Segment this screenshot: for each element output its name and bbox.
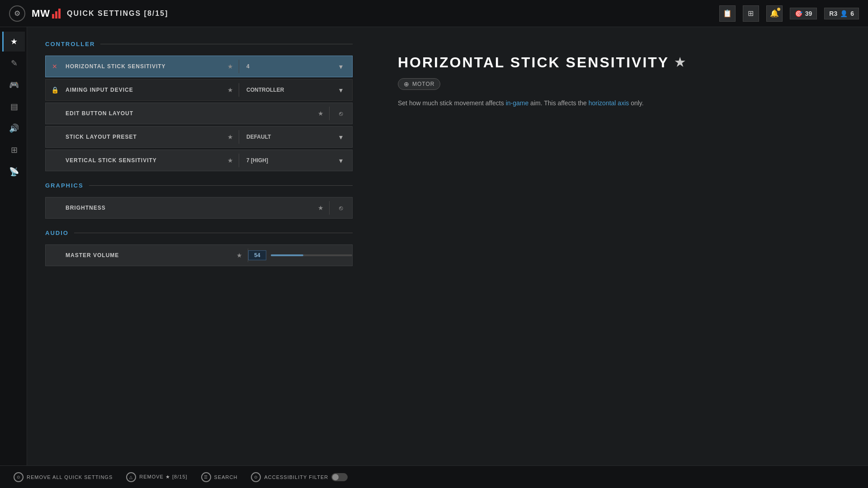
left-panel: CONTROLLER ✕ HORIZONTAL STICK SENSITIVIT…	[27, 27, 371, 465]
search-label: SEARCH	[214, 474, 238, 480]
volume-value: 54	[248, 250, 266, 260]
star-icon-stick-preset[interactable]: ★	[222, 133, 239, 141]
star-icon-brightness[interactable]: ★	[312, 204, 329, 211]
gap-2	[45, 221, 353, 230]
audio-section-header: AUDIO	[45, 230, 353, 239]
sidebar-item-network[interactable]: 📡	[2, 162, 25, 182]
sidebar-item-favorites[interactable]: ★	[2, 32, 25, 52]
external-link-icon-brightness[interactable]: ⎋	[330, 204, 352, 211]
logo-bars	[52, 9, 61, 19]
row-master-volume[interactable]: MASTER VOLUME ★ 54	[45, 244, 353, 266]
external-link-icon[interactable]: ⎋	[330, 110, 352, 117]
sidebar-item-interface[interactable]: ⊞	[2, 140, 25, 160]
topbar-left: ⚙ MW QUICK SETTINGS [8/15]	[9, 5, 168, 22]
accessibility-label: ACCESSIBILITY FILTER	[264, 474, 328, 480]
spacer-icon-3	[46, 150, 64, 171]
lock-icon: 🔒	[46, 79, 64, 101]
chevron-down-icon: ▾	[330, 62, 352, 71]
audio-section-label: AUDIO	[45, 230, 69, 236]
row-label-aiming-input-device: AIMING INPUT DEVICE	[64, 87, 222, 93]
accessibility-toggle[interactable]	[331, 473, 348, 481]
graphics-section-label: GRAPHICS	[45, 182, 84, 189]
row-label-horizontal-stick-sensitivity: HORIZONTAL STICK SENSITIVITY	[64, 63, 222, 70]
clipboard-button[interactable]: 📋	[719, 5, 736, 22]
sidebar-item-audio[interactable]: 🔊	[2, 118, 25, 138]
star-icon-horizontal[interactable]: ★	[222, 63, 239, 70]
desc-highlight-1: in-game	[506, 99, 529, 107]
topbar: ⚙ MW QUICK SETTINGS [8/15] 📋 ⊞ 🔔 🎯 39 R3…	[0, 0, 868, 27]
grid-button[interactable]: ⊞	[743, 5, 759, 22]
row-aiming-input-device[interactable]: 🔒 AIMING INPUT DEVICE ★ CONTROLLER ▾	[45, 79, 353, 101]
graphics-section-header: GRAPHICS	[45, 182, 353, 192]
logo-bar-2	[55, 11, 57, 19]
detail-description: Set how much stick movement affects in-g…	[398, 98, 678, 109]
row-brightness[interactable]: BRIGHTNESS ★ ⎋	[45, 197, 353, 219]
star-icon-master-volume[interactable]: ★	[231, 252, 248, 259]
star-icon-edit-layout[interactable]: ★	[312, 110, 329, 117]
row-value-horizontal-stick-sensitivity: 4	[239, 63, 330, 70]
gap-1	[45, 173, 353, 182]
main-content: CONTROLLER ✕ HORIZONTAL STICK SENSITIVIT…	[27, 27, 868, 465]
remove-star-icon: △	[126, 472, 136, 482]
player-icon: 🎯	[795, 10, 802, 17]
volume-slider-container: 54	[248, 250, 352, 260]
spacer-icon	[46, 103, 64, 124]
gear-icon[interactable]: ⚙	[9, 5, 25, 22]
game-logo: MW	[32, 8, 61, 19]
remove-star-button[interactable]: △ REMOVE ★ [8/15]	[126, 472, 187, 482]
row-edit-button-layout[interactable]: EDIT BUTTON LAYOUT ★ ⎋	[45, 103, 353, 124]
motor-badge-label: MOTOR	[412, 81, 434, 87]
star-icon-vertical[interactable]: ★	[222, 157, 239, 164]
sidebar-item-edit[interactable]: ✎	[2, 53, 25, 73]
chevron-down-icon-stick-preset: ▾	[330, 133, 352, 141]
row-label-edit-button-layout: EDIT BUTTON LAYOUT	[64, 110, 312, 117]
player-level-badge: 🎯 39	[790, 8, 817, 19]
player-level: 39	[805, 10, 812, 17]
page-title: QUICK SETTINGS [8/15]	[67, 9, 168, 18]
row-label-master-volume: MASTER VOLUME	[64, 252, 231, 258]
notification-dot	[777, 8, 780, 11]
spacer-icon-5	[46, 244, 64, 266]
desc-text-3: only.	[629, 99, 643, 107]
detail-title: HORIZONTAL STICK SENSITIVITY ★	[398, 54, 841, 71]
chevron-down-icon-vertical: ▾	[330, 156, 352, 165]
remove-all-button[interactable]: ⊙ REMOVE ALL QUICK SETTINGS	[14, 472, 113, 482]
search-button[interactable]: ☰ SEARCH	[201, 472, 238, 482]
players-online: 6	[850, 10, 854, 17]
r3-label: R3	[829, 10, 837, 17]
detail-star-icon: ★	[675, 56, 686, 70]
sidebar: ★ ✎ 🎮 ▤ 🔊 ⊞ 📡	[0, 27, 27, 465]
row-label-brightness: BRIGHTNESS	[64, 205, 312, 211]
topbar-right: 📋 ⊞ 🔔 🎯 39 R3 👤 6	[719, 5, 859, 22]
volume-slider-track[interactable]	[271, 254, 352, 256]
chevron-down-icon-aiming: ▾	[330, 86, 352, 94]
remove-all-label: REMOVE ALL QUICK SETTINGS	[27, 474, 113, 480]
sidebar-item-controller[interactable]: 🎮	[2, 75, 25, 95]
row-vertical-stick-sensitivity[interactable]: VERTICAL STICK SENSITIVITY ★ 7 [HIGH] ▾	[45, 150, 353, 171]
controller-section-header: CONTROLLER	[45, 41, 353, 50]
row-value-aiming-input-device: CONTROLLER	[239, 87, 330, 93]
players-icon: 👤	[840, 10, 848, 17]
star-icon-aiming[interactable]: ★	[222, 86, 239, 94]
sidebar-item-display[interactable]: ▤	[2, 97, 25, 117]
desc-text-1: Set how much stick movement affects	[398, 99, 506, 107]
volume-slider-fill	[271, 254, 303, 256]
row-label-stick-layout-preset: STICK LAYOUT PRESET	[64, 134, 222, 140]
motor-icon: ⊕	[404, 80, 410, 88]
row-label-vertical-stick-sensitivity: VERTICAL STICK SENSITIVITY	[64, 157, 222, 164]
row-value-stick-layout-preset: DEFAULT	[239, 134, 330, 140]
detail-title-text: HORIZONTAL STICK SENSITIVITY	[398, 54, 669, 71]
right-panel: HORIZONTAL STICK SENSITIVITY ★ ⊕ MOTOR S…	[371, 27, 868, 465]
logo-text: MW	[32, 8, 50, 19]
row-stick-layout-preset[interactable]: STICK LAYOUT PRESET ★ DEFAULT ▾	[45, 126, 353, 148]
row-horizontal-stick-sensitivity[interactable]: ✕ HORIZONTAL STICK SENSITIVITY ★ 4 ▾	[45, 56, 353, 77]
motor-badge: ⊕ MOTOR	[398, 78, 440, 90]
logo-bar-3	[58, 9, 61, 19]
desc-highlight-2: horizontal axis	[589, 99, 629, 107]
remove-star-label: REMOVE ★ [8/15]	[139, 474, 187, 480]
notification-button[interactable]: 🔔	[766, 5, 783, 22]
logo-bar-1	[52, 14, 54, 19]
accessibility-filter-button[interactable]: ⊙ ACCESSIBILITY FILTER	[251, 472, 348, 482]
r3-badge: R3 👤 6	[824, 8, 859, 19]
spacer-icon-2	[46, 126, 64, 148]
